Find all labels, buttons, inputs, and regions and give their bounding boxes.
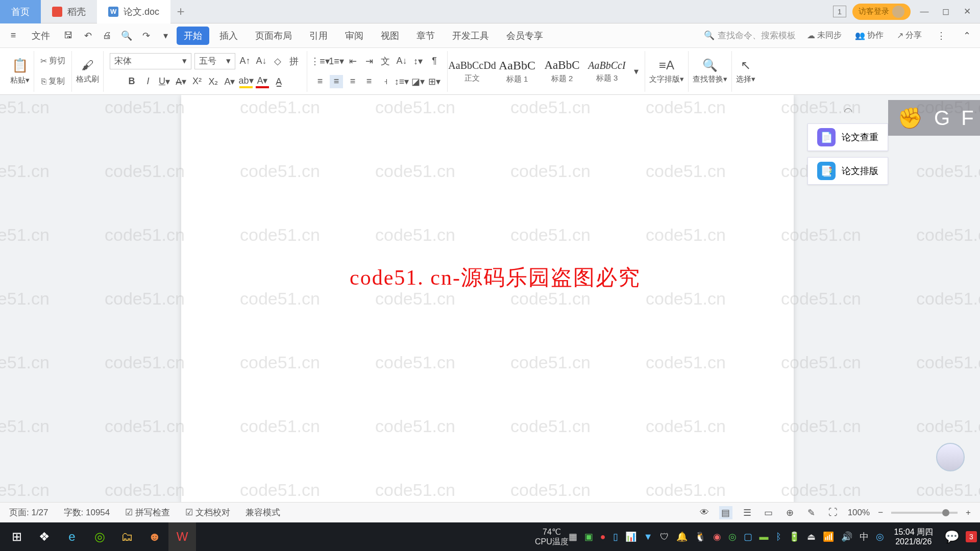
menu-chapter[interactable]: 章节 [409, 27, 442, 45]
page-indicator[interactable]: 页面: 1/27 [9, 507, 48, 518]
font-name-select[interactable]: 宋体▾ [110, 53, 191, 69]
g-icon[interactable]: G [934, 107, 950, 130]
task-wps[interactable]: W [168, 522, 196, 551]
task-ie[interactable]: e [58, 522, 86, 551]
f-icon[interactable]: F [961, 107, 973, 130]
task-explorer[interactable]: 🗂 [113, 522, 141, 551]
tray-ime-icon[interactable]: 中 [860, 531, 869, 543]
line-spacing-icon[interactable]: ↕▾ [411, 55, 425, 68]
tab-home[interactable]: 首页 [0, 0, 41, 23]
read-view-icon[interactable]: ▭ [762, 506, 775, 519]
tab-docer[interactable]: 稻壳 [41, 0, 97, 23]
spellcheck-toggle[interactable]: ☑ 拼写检查 [125, 507, 170, 518]
menu-insert[interactable]: 插入 [212, 27, 245, 45]
styles-more-button[interactable]: ▾ [629, 65, 643, 78]
tray-bluetooth-icon[interactable]: ᛒ [776, 532, 781, 542]
zoom-in-button[interactable]: + [966, 508, 971, 518]
preview-icon[interactable]: 🔍 [118, 28, 135, 44]
shading-button[interactable]: ◪▾ [411, 75, 425, 88]
number-list-button[interactable]: 1≡▾ [330, 55, 343, 68]
task-browser[interactable]: ◎ [86, 522, 113, 551]
close-button[interactable]: ✕ [960, 6, 975, 17]
format-brush-button[interactable]: 🖌格式刷 [76, 58, 99, 84]
menu-file[interactable]: 文件 [24, 27, 57, 45]
increase-indent-button[interactable]: ⇥ [362, 55, 376, 68]
menu-view[interactable]: 视图 [374, 27, 406, 45]
underline-button[interactable]: U▾ [158, 75, 171, 88]
tray-icon-2[interactable]: ▣ [584, 531, 593, 542]
collapse-sidepanel-icon[interactable]: ◠ [807, 105, 888, 117]
floating-toolbar[interactable]: ✊ G F [888, 100, 980, 136]
italic-button[interactable]: I [141, 75, 155, 88]
tray-icon-7[interactable]: 🐧 [695, 531, 706, 542]
decrease-font-icon[interactable]: A↓ [255, 55, 268, 68]
paste-button[interactable]: 📋粘贴▾ [10, 58, 30, 85]
tray-battery-icon[interactable]: 🔋 [789, 531, 800, 542]
collapse-ribbon-icon[interactable]: ⌃ [959, 28, 975, 44]
tray-icon-11[interactable]: ▬ [760, 532, 769, 542]
tray-bell-icon[interactable]: 🔔 [676, 531, 688, 542]
save-icon[interactable]: 🖫 [60, 28, 77, 44]
paper-layout-button[interactable]: 📑论文排版 [807, 157, 888, 185]
line-spacing-button[interactable]: ↕≡▾ [395, 75, 408, 88]
outline-view-icon[interactable]: ☰ [741, 506, 754, 519]
tray-volume-icon[interactable]: 🔊 [841, 531, 852, 542]
menu-start[interactable]: 开始 [177, 27, 209, 45]
collab-button[interactable]: 👥协作 [853, 29, 886, 42]
style-heading2[interactable]: AaBbC标题 2 [540, 54, 584, 89]
tray-icon-5[interactable]: 📊 [625, 531, 636, 542]
menu-pagelayout[interactable]: 页面布局 [248, 27, 299, 45]
char-border-button[interactable]: A̲ [272, 75, 285, 88]
paper-check-button[interactable]: 📄论文查重 [807, 123, 888, 151]
cpu-temp[interactable]: 74℃CPU温度 [535, 527, 569, 546]
clock[interactable]: 15:04 周四2021/8/26 [889, 527, 938, 546]
zoom-level[interactable]: 100% [848, 508, 870, 518]
align-center-button[interactable]: ≡ [330, 75, 343, 88]
unsync-button[interactable]: ☁未同步 [805, 29, 844, 42]
distribute-button[interactable]: ⫞ [379, 75, 392, 88]
task-app-2[interactable]: ☻ [141, 522, 168, 551]
decrease-indent-button[interactable]: ⇤ [346, 55, 359, 68]
window-count-badge[interactable]: 1 [833, 6, 846, 17]
paragraph-mark-icon[interactable]: ¶ [428, 55, 441, 68]
undo-icon[interactable]: ↶ [80, 28, 96, 44]
select-button[interactable]: ↖选择▾ [736, 58, 755, 84]
notification-badge[interactable]: 3 [966, 531, 977, 542]
tray-eject-icon[interactable]: ⏏ [807, 531, 816, 542]
tray-shield-icon[interactable]: 🛡 [660, 532, 669, 542]
align-left-button[interactable]: ≡ [313, 75, 327, 88]
tray-icon-10[interactable]: ▢ [744, 531, 752, 542]
clear-format-icon[interactable]: ◇ [271, 55, 284, 68]
hamburger-icon[interactable]: ≡ [5, 28, 21, 44]
menu-reference[interactable]: 引用 [302, 27, 335, 45]
text-layout-button[interactable]: ≡A文字排版▾ [649, 58, 684, 84]
phonetic-icon[interactable]: 拼 [287, 55, 301, 68]
grab-icon[interactable]: ✊ [897, 106, 923, 130]
style-normal[interactable]: AaBbCcDd正文 [450, 54, 495, 89]
start-button[interactable]: ⊞ [3, 522, 31, 551]
minimize-button[interactable]: — [917, 7, 932, 17]
zoom-slider[interactable] [891, 512, 958, 514]
redo-icon[interactable]: ↷ [138, 28, 154, 44]
web-view-icon[interactable]: ⊕ [783, 506, 797, 519]
highlight-button[interactable]: ab▾ [239, 75, 253, 88]
action-center-icon[interactable]: 💬 [938, 522, 966, 551]
style-heading3[interactable]: AaBbCcI标题 3 [584, 54, 629, 89]
cut-button[interactable]: ✂ 剪切 [38, 55, 67, 67]
page-view-icon[interactable]: ▤ [719, 506, 732, 519]
menu-review[interactable]: 审阅 [338, 27, 371, 45]
annotate-icon[interactable]: ✎ [805, 506, 818, 519]
menu-devtools[interactable]: 开发工具 [445, 27, 496, 45]
bullet-list-button[interactable]: ⋮≡▾ [313, 55, 327, 68]
more-icon[interactable]: ⋮ [933, 28, 949, 44]
tray-icon-12[interactable]: ◎ [876, 531, 884, 542]
tray-icon-6[interactable]: ▼ [644, 532, 653, 542]
search-input[interactable]: 🔍查找命令、搜索模板 [704, 30, 796, 41]
sort-button[interactable]: A↓ [395, 55, 408, 68]
document-page[interactable]: code51. cn-源码乐园盗图必究 [181, 95, 794, 502]
find-replace-button[interactable]: 🔍查找替换▾ [693, 58, 727, 84]
align-right-button[interactable]: ≡ [346, 75, 359, 88]
tray-wifi-icon[interactable]: 📶 [823, 531, 834, 542]
style-heading1[interactable]: AaBbC标题 1 [495, 54, 540, 89]
copy-button[interactable]: ⎘ 复制 [39, 75, 67, 88]
